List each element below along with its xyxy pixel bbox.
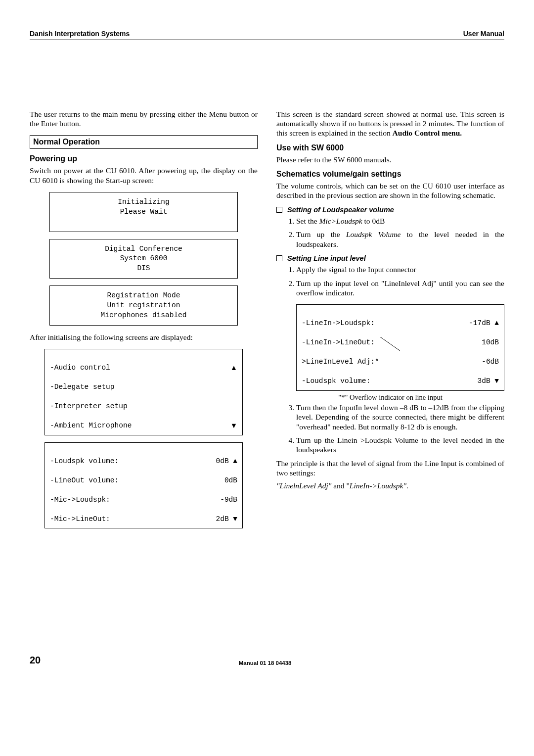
- line-item: >LineInLevel Adj:*: [302, 357, 379, 367]
- vol-value: 0dB: [208, 476, 237, 486]
- screen-system-info: Digital Conference System 6000 DIS: [49, 239, 238, 279]
- left-column: The user returns to the main menu by pre…: [30, 109, 258, 536]
- sub-line-input: Setting Line input level: [276, 254, 504, 263]
- line-steps-b: Turn then the InputIn level down –8 dB t…: [287, 403, 504, 455]
- line-steps-a: Apply the signal to the Input connector …: [287, 265, 504, 297]
- sub-loudspeaker: Setting of Loudspeaker volume: [276, 205, 504, 214]
- list-item: Turn then the InputIn level down –8 dB t…: [296, 403, 504, 431]
- page-footer: 20 Manual 01 18 04438: [30, 654, 504, 666]
- principle-items: "LinelnLevel Adj" and "LineIn->Loudspk".: [276, 481, 504, 490]
- sw6000-para: Please refer to the SW 6000 manuals.: [276, 155, 504, 164]
- manual-id: Manual 01 18 04438: [41, 660, 490, 666]
- line-value: 10dB: [469, 338, 499, 348]
- screen-line-levels: -LineIn->Loudspk:-17dB ▲ -LineIn->LineOu…: [296, 304, 504, 391]
- line-value: -6dB: [469, 357, 499, 367]
- schem-para: The volume controls, which can be set on…: [276, 181, 504, 200]
- line-item: -Loudspk volume:: [302, 377, 370, 386]
- heading-sw6000: Use with SW 6000: [276, 143, 504, 153]
- screen-volume: -Loudspk volume:0dB ▲ -LineOut volume:0d…: [44, 442, 243, 529]
- loudspk-steps: Set the Mic>Loudspk to 0dB Turn up the L…: [287, 216, 504, 249]
- list-item: Turn up the Linein >Loudspk Volume to th…: [296, 435, 504, 455]
- after-init-para: After initialising the following screens…: [30, 332, 258, 342]
- right-column: This screen is the standard screen showe…: [276, 109, 504, 536]
- page-header: Danish Interpretation Systems User Manua…: [30, 30, 504, 40]
- list-item: Set the Mic>Loudspk to 0dB: [296, 216, 504, 226]
- screen-registration: Registration Mode Unit registration Micr…: [49, 285, 238, 326]
- intro-para: The user returns to the main menu by pre…: [30, 109, 258, 129]
- vol-item: -Mic->Loudspk:: [50, 495, 110, 505]
- header-right: User Manual: [463, 30, 504, 39]
- up-arrow-icon: ▲: [208, 363, 237, 373]
- vol-item: -Mic->LineOut:: [50, 515, 110, 524]
- list-item: Apply the signal to the Input connector: [296, 265, 504, 274]
- section-normal-operation: Normal Operation: [30, 135, 258, 149]
- vol-item: -LineOut volume:: [50, 476, 119, 486]
- heading-schematics: Schematics volume/gain settings: [276, 169, 504, 179]
- down-arrow-icon: ▼: [208, 421, 237, 431]
- line-item: -LineIn->LineOut:: [302, 338, 375, 348]
- header-left: Danish Interpretation Systems: [30, 30, 130, 39]
- line-value: 3dB ▼: [469, 377, 499, 386]
- line-value: -17dB ▲: [469, 319, 499, 329]
- list-item: Turn up the Loudspk Volume to the level …: [296, 230, 504, 249]
- vol-value: 2dB ▼: [208, 515, 237, 524]
- vol-item: -Loudspk volume:: [50, 457, 119, 467]
- screen-main-menu: -Audio control▲ -Delegate setup -Interpr…: [44, 349, 243, 435]
- overflow-wrap: -LineIn->Loudspk:-17dB ▲ -LineIn->LineOu…: [296, 304, 504, 391]
- checkbox-icon: [276, 255, 282, 261]
- line-item: -LineIn->Loudspk:: [302, 319, 375, 329]
- list-item: Turn up the input level on "LineInlevel …: [296, 279, 504, 298]
- vol-value: 0dB ▲: [208, 457, 237, 467]
- menu-item: -Ambient Microphone: [50, 421, 132, 431]
- std-screen-para: This screen is the standard screen showe…: [276, 109, 504, 138]
- page-number: 20: [30, 654, 41, 666]
- principle-para: The principle is that the level of signa…: [276, 459, 504, 478]
- overflow-caption: "*" Overflow indicator on line input: [276, 393, 504, 402]
- heading-powering-up: Powering up: [30, 154, 258, 164]
- menu-item: -Interpreter setup: [50, 402, 128, 412]
- vol-value: -9dB: [208, 495, 237, 505]
- powering-para: Switch on power at the CU 6010. After po…: [30, 166, 258, 185]
- content-columns: The user returns to the main menu by pre…: [30, 109, 504, 536]
- checkbox-icon: [276, 207, 282, 213]
- menu-item: -Delegate setup: [50, 382, 115, 392]
- screen-initializing: Initializing Please Wait: [49, 192, 238, 232]
- menu-item: -Audio control: [50, 363, 110, 373]
